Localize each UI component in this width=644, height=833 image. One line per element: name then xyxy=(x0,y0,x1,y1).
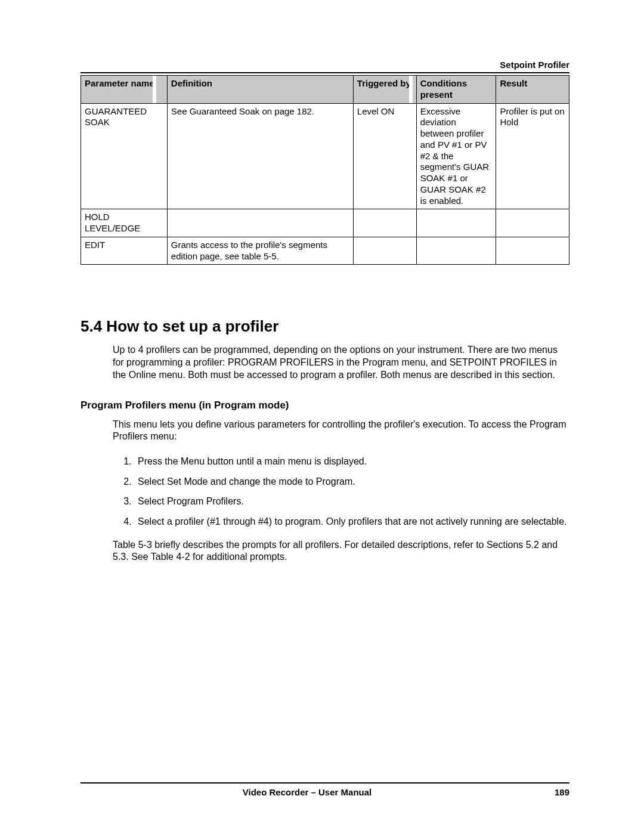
cell-conditions xyxy=(416,209,496,237)
cell-conditions xyxy=(416,237,496,265)
cell-triggered xyxy=(353,209,416,237)
footer-page-number: 189 xyxy=(534,787,569,797)
th-definition: Definition xyxy=(167,76,353,104)
table-row: EDIT Grants access to the profile's segm… xyxy=(81,237,569,265)
list-item: Select a profiler (#1 through #4) to pro… xyxy=(134,515,569,528)
subsection-intro: This menu lets you define various parame… xyxy=(113,419,569,444)
list-item: Select Set Mode and change the mode to P… xyxy=(134,475,569,488)
cell-result xyxy=(496,209,569,237)
cell-triggered: Level ON xyxy=(353,103,416,209)
section-intro: Up to 4 profilers can be programmed, dep… xyxy=(113,344,569,381)
after-list-paragraph: Table 5-3 briefly describes the prompts … xyxy=(113,539,569,564)
list-item: Select Program Profilers. xyxy=(134,495,569,508)
th-parameter-name: Parameter name xyxy=(81,76,168,104)
section-title: 5.4 How to set up a profiler xyxy=(80,317,569,336)
table-header-row: Parameter name Definition Triggered by C… xyxy=(81,76,569,104)
list-item: Press the Menu button until a main menu … xyxy=(134,455,569,468)
cell-param: GUARANTEED SOAK xyxy=(81,103,168,209)
header-section-label: Setpoint Profiler xyxy=(80,60,569,70)
footer-title: Video Recorder – User Manual xyxy=(80,787,534,797)
header-rule xyxy=(80,72,569,73)
th-triggered-by: Triggered by xyxy=(353,76,416,104)
steps-list: Press the Menu button until a main menu … xyxy=(134,455,569,535)
subsection-heading: Program Profilers menu (in Program mode) xyxy=(80,400,569,411)
cell-param: EDIT xyxy=(81,237,168,265)
cell-definition: See Guaranteed Soak on page 182. xyxy=(167,103,353,209)
cell-result: Profiler is put on Hold xyxy=(496,103,569,209)
cell-param: HOLD LEVEL/EDGE xyxy=(81,209,168,237)
th-result: Result xyxy=(496,76,569,104)
cell-conditions: Excessive deviation between profiler and… xyxy=(416,103,496,209)
parameter-table: Parameter name Definition Triggered by C… xyxy=(80,75,569,265)
cell-result xyxy=(496,237,569,265)
th-conditions-present: Conditions present xyxy=(416,76,496,104)
table-row: HOLD LEVEL/EDGE xyxy=(81,209,569,237)
cell-triggered xyxy=(353,237,416,265)
page-footer: Video Recorder – User Manual 189 xyxy=(80,782,569,797)
cell-definition: Grants access to the profile's segments … xyxy=(167,237,353,265)
table-row: GUARANTEED SOAK See Guaranteed Soak on p… xyxy=(81,103,569,209)
cell-definition xyxy=(167,209,353,237)
